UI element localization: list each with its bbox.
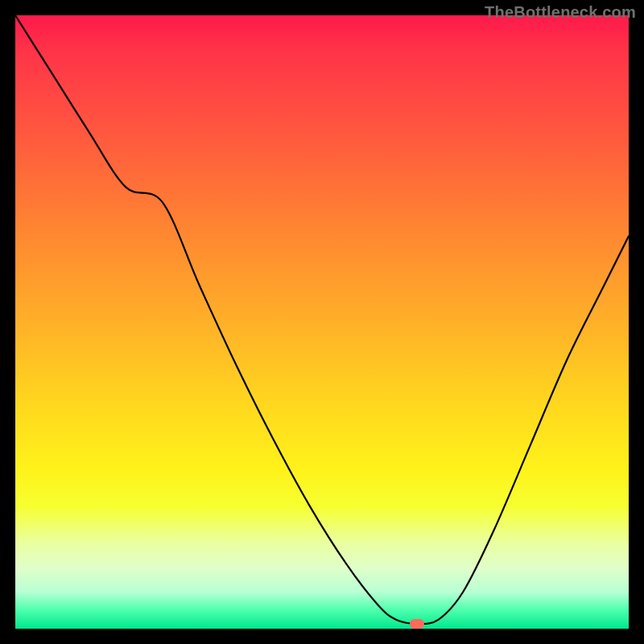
bottleneck-curve — [15, 15, 629, 629]
chart-stage: TheBottleneck.com — [0, 0, 644, 644]
plot-area — [15, 15, 629, 629]
watermark-text: TheBottleneck.com — [485, 3, 636, 22]
optimal-marker — [410, 619, 424, 629]
curve-path — [15, 15, 629, 624]
